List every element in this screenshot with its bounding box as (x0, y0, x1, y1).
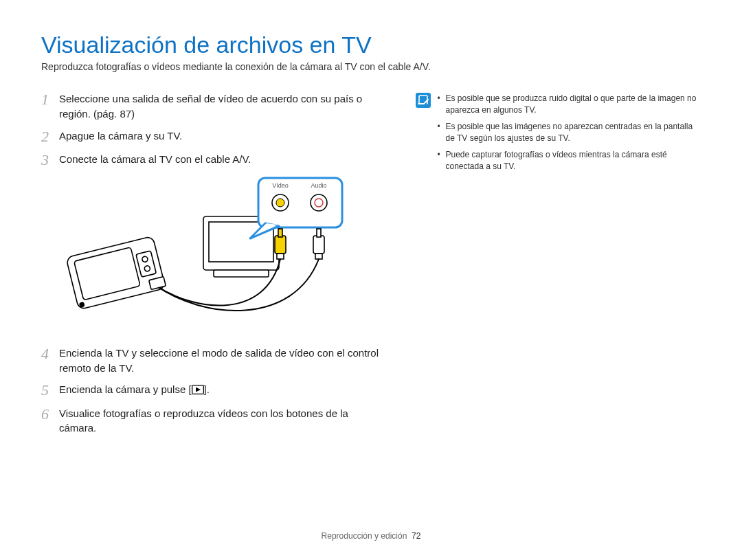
footer-page-number: 72 (412, 531, 420, 541)
svg-rect-14 (275, 236, 286, 254)
step-number: 2 (41, 128, 59, 145)
step-number: 5 (41, 382, 59, 399)
connection-diagram: Vídeo Audio (59, 175, 348, 333)
svg-marker-22 (196, 388, 201, 392)
page-title: Visualización de archivos en TV (41, 32, 701, 58)
video-jack-label: Vídeo (272, 182, 289, 189)
svg-rect-17 (313, 236, 324, 254)
step-number: 4 (41, 346, 59, 362)
step-6: 6 Visualice fotografías o reproduzca víd… (41, 406, 388, 436)
note-callout: Es posible que se produzca ruido digital… (416, 93, 701, 177)
note-item: Es posible que las imágenes no aparezcan… (438, 121, 701, 145)
step-2: 2 Apague la cámara y su TV. (41, 128, 388, 145)
svg-rect-8 (214, 270, 269, 277)
step-number: 3 (41, 152, 59, 168)
svg-point-5 (80, 302, 85, 307)
two-column-layout: 1 Seleccione una salida de señal de víde… (41, 91, 701, 443)
notes-column: Es posible que se produzca ruido digital… (416, 91, 701, 443)
svg-rect-9 (258, 178, 342, 227)
note-item: Puede capturar fotografías o vídeos mien… (438, 149, 701, 173)
step-text: Visualice fotografías o reproduzca vídeo… (59, 406, 388, 436)
notes-list: Es posible que se produzca ruido digital… (438, 93, 701, 177)
step-text: Encienda la TV y seleccione el modo de s… (59, 346, 388, 376)
step5-pre: Encienda la cámara y pulse [ (59, 383, 192, 395)
audio-jack-label: Audio (311, 182, 326, 189)
step-number: 6 (41, 406, 59, 423)
step-1: 1 Seleccione una salida de señal de víde… (41, 91, 388, 122)
steps-list-continued: 4 Encienda la TV y seleccione el modo de… (41, 346, 388, 436)
step-4: 4 Encienda la TV y seleccione el modo de… (41, 346, 388, 376)
step-text: Conecte la cámara al TV con el cable A/V… (59, 152, 388, 167)
playback-button-icon (192, 383, 204, 399)
step-number: 1 (41, 91, 59, 108)
step-text: Seleccione una salida de señal de vídeo … (59, 91, 388, 122)
step-text: Apague la cámara y su TV. (59, 128, 388, 144)
note-item: Es posible que se produzca ruido digital… (438, 93, 701, 117)
step-5: 5 Encienda la cámara y pulse []. (41, 382, 388, 399)
svg-rect-19 (315, 254, 322, 259)
note-icon (416, 93, 431, 108)
steps-column: 1 Seleccione una salida de señal de víde… (41, 91, 388, 443)
steps-list: 1 Seleccione una salida de señal de víde… (41, 91, 388, 168)
svg-rect-16 (277, 254, 284, 259)
step-3: 3 Conecte la cámara al TV con el cable A… (41, 152, 388, 168)
manual-page: Visualización de archivos en TV Reproduz… (0, 0, 742, 560)
svg-rect-18 (317, 229, 321, 237)
svg-rect-15 (278, 229, 282, 237)
step-text: Encienda la cámara y pulse []. (59, 382, 388, 399)
svg-point-13 (315, 199, 323, 207)
page-footer: Reproducción y edición 72 (0, 531, 742, 541)
footer-section: Reproducción y edición (322, 531, 407, 541)
page-subtitle: Reproduzca fotografías o vídeos mediante… (41, 61, 701, 72)
svg-point-11 (276, 199, 284, 207)
step5-post: ]. (204, 383, 210, 395)
